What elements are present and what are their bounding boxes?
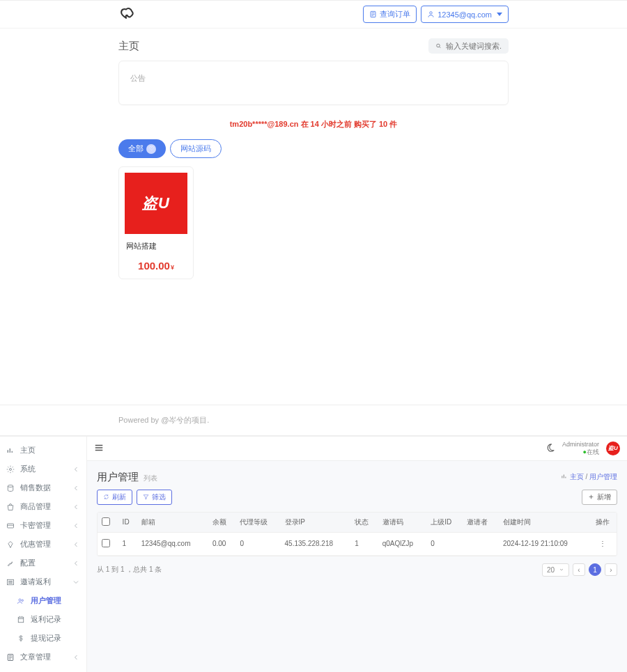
cell-ip: 45.135.228.218	[281, 532, 351, 555]
cell-inviter	[463, 532, 499, 555]
notice-label: 公告	[130, 74, 146, 82]
heart-icon: ♡	[146, 144, 156, 154]
sidebar-item-gear[interactable]: 系统	[0, 460, 86, 478]
sidebar-item-wrench[interactable]: 配置	[0, 554, 86, 572]
sidebar-item-doc[interactable]: 文章管理	[0, 648, 86, 666]
sidebar-item-label: 文章管理	[20, 652, 51, 662]
search-input[interactable]	[446, 42, 502, 50]
product-card[interactable]: 盗U 网站搭建 100.00¥	[118, 166, 194, 279]
chevron-left-icon	[72, 484, 80, 492]
col-header	[98, 513, 118, 533]
purchase-ticker: tm20b*****@189.cn 在 14 小时之前 购买了 10 件	[118, 119, 509, 130]
bag-icon	[6, 503, 15, 511]
logo-icon[interactable]	[118, 6, 134, 24]
doc-icon	[6, 653, 15, 662]
dollar-icon	[17, 634, 25, 643]
search-box[interactable]	[428, 38, 509, 54]
dashboard-icon	[561, 473, 568, 480]
dark-mode-toggle[interactable]	[545, 443, 555, 454]
filter-icon	[143, 494, 149, 500]
prev-page[interactable]: ‹	[573, 563, 585, 576]
select-all-checkbox[interactable]	[102, 517, 110, 526]
status-badge: 在线	[587, 448, 599, 455]
product-title: 网站搭建	[119, 240, 193, 253]
table-row[interactable]: 1 12345@qq.com 0.00 0 45.135.228.218 1 q…	[98, 532, 617, 555]
cal-icon	[17, 616, 25, 624]
tab-source-code[interactable]: 网站源码	[170, 139, 222, 158]
account-label: 12345@qq.com	[438, 10, 492, 19]
col-header: 上级ID	[426, 513, 463, 533]
account-menu-button[interactable]: 12345@qq.com	[421, 6, 509, 23]
pager-info: 从 1 到 1 ，总共 1 条	[97, 565, 162, 575]
db-icon	[6, 484, 15, 492]
sidebar-item-label: 主页	[20, 445, 36, 455]
query-orders-label: 查询订单	[380, 9, 410, 19]
col-header: 代理等级	[235, 513, 280, 533]
col-header: 邮箱	[137, 513, 208, 533]
list-icon	[6, 578, 15, 586]
sidebar-item-list[interactable]: 邀请返利	[0, 572, 86, 591]
sidebar-item-label: 用户管理	[31, 595, 61, 606]
sidebar-item-term[interactable]: 开发工具	[0, 666, 86, 672]
admin-user-label: Administrator	[562, 441, 599, 448]
card-icon	[6, 522, 15, 530]
row-actions[interactable]: ⋮	[589, 532, 617, 555]
sidebar-item-users[interactable]: 用户管理	[0, 591, 86, 610]
cell-id: 1	[118, 532, 137, 555]
page-size-select[interactable]: 20	[542, 563, 569, 577]
cell-status: 1	[350, 532, 378, 555]
document-icon	[369, 10, 377, 18]
diamond-icon	[6, 540, 15, 549]
sidebar-item-cal[interactable]: 返利记录	[0, 610, 86, 629]
chevron-left-icon	[72, 465, 80, 474]
next-page[interactable]: ›	[605, 563, 617, 576]
new-button[interactable]: 新增	[582, 490, 617, 505]
page-current[interactable]: 1	[589, 563, 601, 576]
product-thumb: 盗U	[125, 173, 187, 234]
sidebar-item-label: 卡密管理	[20, 520, 51, 531]
query-orders-button[interactable]: 查询订单	[363, 6, 417, 23]
admin-page-title: 用户管理 列表	[97, 471, 157, 484]
col-header: 登录IP	[281, 513, 351, 533]
breadcrumb-home[interactable]: 主页	[570, 473, 584, 480]
tab-all-label: 全部	[128, 143, 144, 154]
col-header: 余额	[208, 513, 235, 533]
sidebar: 主页系统销售数据商品管理卡密管理优惠管理配置邀请返利用户管理返利记录提现记录文章…	[0, 437, 87, 672]
cell-level: 0	[235, 532, 280, 555]
cell-email: 12345@qq.com	[137, 532, 208, 555]
chevron-down-icon	[497, 13, 502, 16]
refresh-button[interactable]: 刷新	[97, 490, 132, 505]
chevron-down-icon	[72, 578, 80, 586]
cell-pid: 0	[426, 532, 463, 555]
gear-icon	[6, 465, 15, 474]
chevron-left-icon	[72, 522, 80, 530]
tab-code-label: 网站源码	[180, 143, 211, 154]
sidebar-item-label: 系统	[20, 464, 36, 474]
sidebar-item-dollar[interactable]: 提现记录	[0, 629, 86, 648]
avatar[interactable]: 盗U	[606, 442, 620, 455]
chevron-down-icon	[559, 567, 564, 572]
col-header: 邀请码	[378, 513, 427, 533]
sidebar-item-card[interactable]: 卡密管理	[0, 516, 86, 535]
sidebar-item-bars[interactable]: 主页	[0, 441, 86, 460]
col-header: 状态	[350, 513, 378, 533]
product-price: 100.00¥	[119, 253, 193, 279]
sidebar-item-bag[interactable]: 商品管理	[0, 497, 86, 516]
col-header: 邀请者	[463, 513, 499, 533]
sidebar-toggle[interactable]	[94, 443, 104, 454]
sidebar-item-diamond[interactable]: 优惠管理	[0, 535, 86, 554]
users-table: ID邮箱余额代理等级登录IP状态邀请码上级ID邀请者创建时间操作 1 12345…	[97, 512, 617, 556]
row-checkbox[interactable]	[102, 539, 110, 547]
sidebar-item-db[interactable]: 销售数据	[0, 478, 86, 497]
search-icon	[435, 42, 442, 50]
refresh-label: 刷新	[112, 492, 126, 502]
sidebar-item-label: 邀请返利	[20, 577, 51, 587]
tab-all[interactable]: 全部 ♡	[118, 139, 166, 158]
chevron-left-icon	[72, 653, 80, 662]
chevron-left-icon	[72, 540, 80, 549]
admin-user-block[interactable]: Administrator ●在线	[562, 441, 599, 456]
filter-button[interactable]: 筛选	[137, 490, 172, 505]
filter-label: 筛选	[152, 492, 166, 502]
sidebar-item-label: 优惠管理	[20, 539, 51, 549]
user-icon	[427, 10, 435, 18]
